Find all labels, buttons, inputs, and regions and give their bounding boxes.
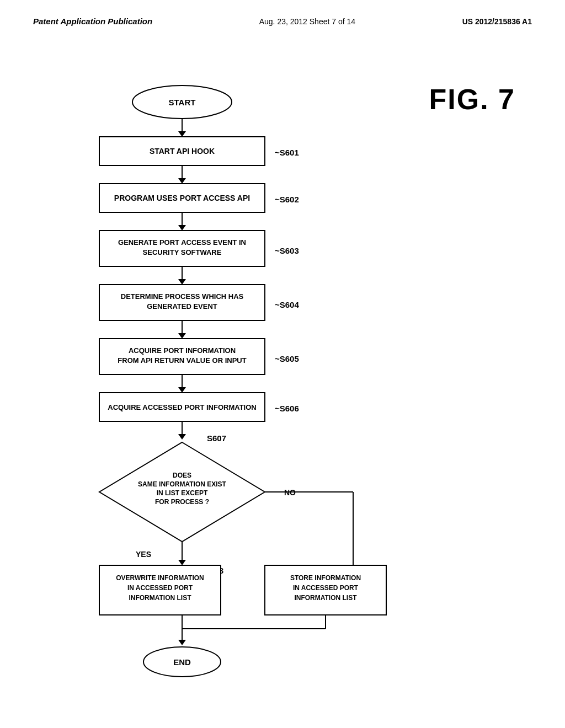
- svg-text:FROM API RETURN VALUE OR INPUT: FROM API RETURN VALUE OR INPUT: [118, 356, 246, 365]
- svg-text:OVERWRITE INFORMATION: OVERWRITE INFORMATION: [116, 574, 204, 582]
- publication-title: Patent Application Publication: [33, 17, 152, 26]
- svg-marker-36: [178, 434, 186, 440]
- svg-text:~S601: ~S601: [275, 148, 299, 157]
- svg-text:SAME INFORMATION EXIST: SAME INFORMATION EXIST: [138, 480, 226, 488]
- svg-text:STORE INFORMATION: STORE INFORMATION: [290, 574, 361, 582]
- publication-date: Aug. 23, 2012 Sheet 7 of 14: [259, 17, 355, 26]
- svg-text:IN ACCESSED PORT: IN ACCESSED PORT: [127, 584, 193, 592]
- svg-marker-13: [178, 225, 186, 231]
- svg-text:~S604: ~S604: [275, 300, 299, 309]
- svg-text:~S605: ~S605: [275, 354, 299, 363]
- svg-marker-3: [178, 131, 186, 137]
- svg-text:YES: YES: [136, 550, 151, 559]
- svg-text:START: START: [169, 98, 196, 107]
- svg-text:PROGRAM USES PORT ACCESS API: PROGRAM USES PORT ACCESS API: [114, 194, 250, 202]
- svg-text:DETERMINE  PROCESS WHICH HAS: DETERMINE PROCESS WHICH HAS: [121, 292, 244, 301]
- page-header: Patent Application Publication Aug. 23, …: [0, 17, 565, 26]
- svg-text:FOR PROCESS ?: FOR PROCESS ?: [155, 498, 209, 506]
- svg-text:IN LIST EXCEPT: IN LIST EXCEPT: [157, 489, 208, 497]
- svg-text:END: END: [173, 657, 191, 667]
- publication-number: US 2012/215836 A1: [462, 17, 532, 26]
- svg-text:GENERATE PORT ACCESS EVENT IN: GENERATE PORT ACCESS EVENT IN: [118, 238, 246, 247]
- svg-marker-25: [178, 333, 186, 339]
- flowchart-svg: START START API HOOK ~S601 PROGRAM USES …: [55, 72, 469, 706]
- svg-marker-19: [178, 279, 186, 285]
- svg-text:GENERATED EVENT: GENERATED EVENT: [147, 302, 217, 311]
- svg-marker-45: [178, 560, 186, 565]
- svg-text:ACQUIRE ACCESSED PORT INFORMAT: ACQUIRE ACCESSED PORT INFORMATION: [108, 403, 256, 411]
- svg-marker-31: [178, 387, 186, 393]
- svg-text:INFORMATION LIST: INFORMATION LIST: [294, 594, 357, 602]
- svg-marker-64: [178, 640, 186, 645]
- svg-text:ACQUIRE PORT INFORMATION: ACQUIRE PORT INFORMATION: [129, 346, 236, 355]
- svg-text:IN ACCESSED PORT: IN ACCESSED PORT: [293, 584, 359, 592]
- svg-text:START API HOOK: START API HOOK: [150, 147, 215, 156]
- svg-marker-8: [178, 178, 186, 184]
- svg-text:~S602: ~S602: [275, 195, 299, 204]
- svg-text:INFORMATION LIST: INFORMATION LIST: [129, 594, 191, 602]
- svg-text:DOES: DOES: [173, 472, 191, 479]
- svg-text:S607: S607: [207, 433, 226, 443]
- svg-text:SECURITY SOFTWARE: SECURITY SOFTWARE: [143, 248, 222, 256]
- svg-text:~S603: ~S603: [275, 246, 299, 255]
- svg-text:~S606: ~S606: [275, 404, 299, 413]
